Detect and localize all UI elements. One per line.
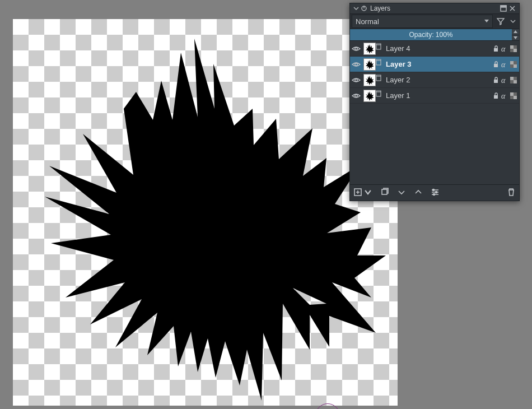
svg-rect-36 xyxy=(382,189,387,194)
mask-indicator-icon[interactable] xyxy=(376,90,381,97)
layer-row[interactable]: Layer 4α xyxy=(350,41,519,57)
svg-rect-34 xyxy=(510,96,514,99)
move-up-button[interactable] xyxy=(414,188,423,198)
blend-mode-value: Normal xyxy=(356,17,379,26)
mask-indicator-icon[interactable] xyxy=(376,59,381,66)
float-icon[interactable] xyxy=(500,5,507,12)
duplicate-layer-button[interactable] xyxy=(380,188,389,198)
layer-row[interactable]: Layer 1α xyxy=(350,88,519,104)
canvas-viewport[interactable] xyxy=(13,19,398,406)
collapse-icon xyxy=(353,5,360,12)
layer-row[interactable]: Layer 3α xyxy=(350,57,519,72)
blend-mode-select[interactable]: Normal xyxy=(352,15,493,28)
add-layer-menu-icon[interactable] xyxy=(363,188,372,198)
visibility-toggle[interactable] xyxy=(350,41,362,56)
svg-text:α: α xyxy=(501,45,506,53)
svg-rect-4 xyxy=(376,45,381,49)
opacity-label: Opacity: 100% xyxy=(409,31,452,39)
layer-name[interactable]: Layer 1 xyxy=(386,91,491,100)
layer-thumbnail[interactable] xyxy=(363,58,376,71)
svg-rect-18 xyxy=(510,64,514,68)
opacity-slider[interactable]: Opacity: 100% xyxy=(350,29,519,41)
svg-rect-2 xyxy=(501,6,506,7)
add-layer-button[interactable] xyxy=(353,188,362,198)
svg-rect-13 xyxy=(494,64,498,67)
lock-indicator-icon[interactable] xyxy=(491,44,500,53)
mask-indicator-icon[interactable] xyxy=(376,75,381,81)
layer-name[interactable]: Layer 3 xyxy=(386,60,491,68)
svg-point-39 xyxy=(433,193,435,195)
svg-rect-33 xyxy=(514,92,517,96)
layer-thumbnail[interactable] xyxy=(363,43,376,55)
svg-rect-16 xyxy=(514,64,517,68)
visibility-toggle[interactable] xyxy=(350,72,362,87)
layer-name[interactable]: Layer 4 xyxy=(386,44,491,53)
svg-rect-23 xyxy=(510,77,514,80)
svg-point-19 xyxy=(355,78,357,81)
mask-indicator-icon[interactable] xyxy=(376,43,381,50)
alpha-indicator-icon[interactable]: α xyxy=(500,76,509,85)
svg-rect-26 xyxy=(510,80,514,83)
lock-indicator-icon[interactable] xyxy=(491,91,500,100)
visibility-toggle[interactable] xyxy=(350,88,362,103)
lock-indicator-icon[interactable] xyxy=(491,60,500,69)
svg-rect-5 xyxy=(494,48,498,52)
svg-text:α: α xyxy=(501,61,506,68)
lock-indicator-icon[interactable] xyxy=(491,76,500,85)
lock-icon xyxy=(361,5,367,12)
layers-toolbar xyxy=(350,184,519,201)
svg-point-11 xyxy=(355,63,357,65)
svg-point-3 xyxy=(355,47,357,49)
svg-text:α: α xyxy=(501,92,506,100)
svg-rect-7 xyxy=(510,45,514,49)
spin-down-icon xyxy=(512,35,519,41)
svg-rect-15 xyxy=(510,61,514,64)
svg-rect-9 xyxy=(514,45,517,49)
canvas-artwork xyxy=(13,19,398,406)
svg-rect-17 xyxy=(514,61,517,64)
svg-rect-20 xyxy=(376,76,381,81)
chevron-down-icon xyxy=(484,20,489,22)
svg-point-37 xyxy=(433,189,435,190)
svg-rect-29 xyxy=(494,95,498,99)
svg-rect-25 xyxy=(514,77,517,80)
blend-mode-row: Normal xyxy=(350,13,519,29)
layers-empty-area[interactable] xyxy=(350,104,519,184)
svg-point-27 xyxy=(355,94,357,96)
panel-titlebar[interactable]: Layers xyxy=(350,3,519,13)
svg-rect-8 xyxy=(514,49,517,52)
layers-list[interactable]: Layer 4αLayer 3αLayer 2αLayer 1α xyxy=(350,41,519,104)
close-icon[interactable] xyxy=(509,5,516,12)
layer-thumbnail[interactable] xyxy=(363,90,376,102)
delete-layer-button[interactable] xyxy=(507,188,516,198)
svg-rect-10 xyxy=(510,49,514,52)
inherit-alpha-icon[interactable] xyxy=(509,44,518,53)
move-down-button[interactable] xyxy=(397,188,406,198)
visibility-toggle[interactable] xyxy=(350,57,362,72)
alpha-indicator-icon[interactable]: α xyxy=(500,60,509,69)
inherit-alpha-icon[interactable] xyxy=(509,60,518,69)
properties-button[interactable] xyxy=(431,188,440,198)
svg-point-38 xyxy=(436,191,437,193)
panel-menu-button[interactable] xyxy=(508,15,518,27)
svg-rect-31 xyxy=(510,92,514,96)
svg-rect-24 xyxy=(514,80,517,83)
filter-button[interactable] xyxy=(496,15,506,27)
opacity-spinner[interactable] xyxy=(512,29,519,40)
layers-panel: Layers Normal Opacity: 100% Layer 4αLaye… xyxy=(349,3,520,201)
layer-name[interactable]: Layer 2 xyxy=(386,76,491,84)
alpha-indicator-icon[interactable]: α xyxy=(500,44,509,53)
svg-rect-28 xyxy=(376,92,381,96)
layer-thumbnail[interactable] xyxy=(363,74,376,86)
spin-up-icon xyxy=(512,29,519,35)
inherit-alpha-icon[interactable] xyxy=(509,91,518,100)
inherit-alpha-icon[interactable] xyxy=(509,76,518,85)
svg-rect-32 xyxy=(514,96,517,99)
svg-rect-12 xyxy=(376,61,381,65)
svg-text:α: α xyxy=(501,76,506,84)
alpha-indicator-icon[interactable]: α xyxy=(500,91,509,100)
svg-rect-21 xyxy=(494,80,498,83)
layer-row[interactable]: Layer 2α xyxy=(350,72,519,88)
panel-title: Layers xyxy=(370,4,390,12)
